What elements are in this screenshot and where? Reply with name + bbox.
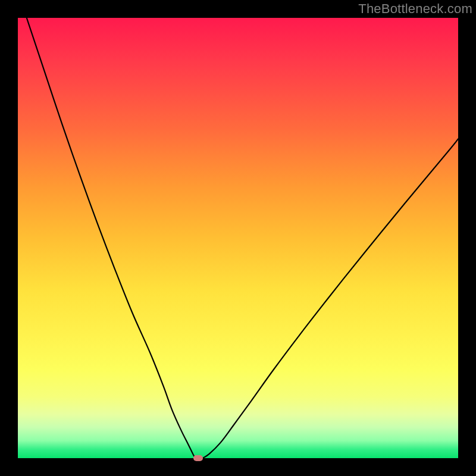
chart-frame: TheBottleneck.com: [0, 0, 476, 476]
curve-layer: [18, 18, 458, 458]
curve-right: [203, 139, 458, 459]
watermark-label: TheBottleneck.com: [358, 1, 472, 17]
plot-area: [18, 18, 458, 458]
min-marker: [193, 455, 203, 461]
curve-left: [27, 18, 196, 458]
